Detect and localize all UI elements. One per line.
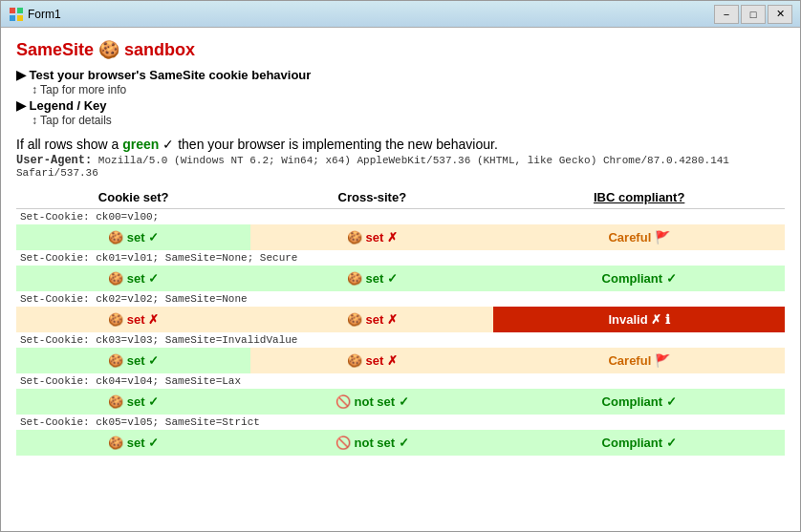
app-title: SameSite 🍪 sandbox [16,39,785,60]
col-header-crosssite: Cross-site? [250,186,493,209]
table-cell: 🍪 set ✓ [16,266,250,291]
col-header-ibc: IBC compliant? [493,186,785,209]
table-cell: 🚫 not set ✓ [250,430,493,456]
table-row: 🍪 set ✓🚫 not set ✓Compliant ✓ [16,389,785,415]
svg-rect-0 [10,8,15,13]
info-line: If all rows show a green ✓ then your bro… [16,137,785,152]
tap-details[interactable]: ↕ Tap for details [16,114,785,127]
legend-section-header[interactable]: ▶ Legend / Key [16,98,785,113]
table-header-row: Cookie set? Cross-site? IBC compliant? [16,186,785,209]
table-row: 🍪 set ✓🚫 not set ✓Compliant ✓ [16,430,785,456]
cookie-table: Cookie set? Cross-site? IBC compliant? S… [16,186,785,456]
close-button[interactable]: ✕ [768,5,792,24]
ua-label: User-Agent: [16,154,92,167]
table-row: 🍪 set ✗🍪 set ✗Invalid ✗ ℹ [16,307,785,332]
content-area: SameSite 🍪 sandbox ▶ Test your browser's… [1,28,800,531]
table-cell: 🍪 set ✓ [16,224,250,250]
title-bar: Form1 − □ ✕ [1,1,800,28]
table-cell: 🍪 set ✗ [250,307,493,332]
tap-more-info[interactable]: ↕ Tap for more info [16,83,785,96]
title-bar-buttons: − □ ✕ [714,5,792,24]
table-cell: Compliant ✓ [493,430,785,456]
ua-value: Mozilla/5.0 (Windows NT 6.2; Win64; x64)… [16,155,729,179]
table-row: 🍪 set ✓🍪 set ✗Careful 🚩 [16,224,785,250]
table-cell: 🍪 set ✗ [250,348,493,373]
legend-section[interactable]: ▶ Legend / Key ↕ Tap for details [16,98,785,127]
window-icon [9,7,24,22]
maximize-button[interactable]: □ [741,5,766,24]
set-cookie-row: Set-Cookie: ck05=vl05; SameSite=Strict [16,415,785,430]
table-row: 🍪 set ✓🍪 set ✓Compliant ✓ [16,266,785,291]
svg-rect-1 [17,8,23,13]
table-cell: 🍪 set ✓ [16,389,250,415]
title-text: Form1 [28,8,61,21]
table-cell: 🍪 set ✗ [16,307,250,332]
table-cell: 🍪 set ✓ [16,430,250,456]
set-cookie-row: Set-Cookie: ck00=vl00; [16,209,785,225]
main-window: Form1 − □ ✕ SameSite 🍪 sandbox ▶ Test yo… [0,0,801,532]
info-block: If all rows show a green ✓ then your bro… [16,137,785,179]
green-word: green [122,137,159,152]
set-cookie-row: Set-Cookie: ck04=vl04; SameSite=Lax [16,373,785,389]
table-cell: Compliant ✓ [493,389,785,415]
title-bar-left: Form1 [9,7,61,22]
test-section-header[interactable]: ▶ Test your browser's SameSite cookie be… [16,68,785,82]
table-cell: 🍪 set ✗ [250,224,493,250]
set-cookie-row: Set-Cookie: ck03=vl03; SameSite=InvalidV… [16,332,785,348]
test-section[interactable]: ▶ Test your browser's SameSite cookie be… [16,68,785,96]
table-cell: Careful 🚩 [493,348,785,373]
table-cell: Invalid ✗ ℹ [493,307,785,332]
legend-section-label: ▶ Legend / Key [16,98,107,113]
table-cell: Compliant ✓ [493,266,785,291]
svg-rect-2 [10,15,15,21]
svg-rect-3 [17,15,23,21]
tap-more-info-label: ↕ Tap for more info [32,83,126,96]
tap-details-label: ↕ Tap for details [32,114,112,127]
table-cell: 🚫 not set ✓ [250,389,493,415]
app-title-text: SameSite 🍪 sandbox [16,40,195,59]
minimize-button[interactable]: − [714,5,739,24]
table-cell: 🍪 set ✓ [16,348,250,373]
set-cookie-row: Set-Cookie: ck02=vl02; SameSite=None [16,291,785,307]
table-cell: 🍪 set ✓ [250,266,493,291]
col-header-cookie: Cookie set? [16,186,250,209]
test-section-label: ▶ Test your browser's SameSite cookie be… [16,68,311,82]
table-row: 🍪 set ✓🍪 set ✗Careful 🚩 [16,348,785,373]
table-cell: Careful 🚩 [493,224,785,250]
set-cookie-row: Set-Cookie: ck01=vl01; SameSite=None; Se… [16,250,785,266]
user-agent-line: User-Agent: Mozilla/5.0 (Windows NT 6.2;… [16,154,785,179]
